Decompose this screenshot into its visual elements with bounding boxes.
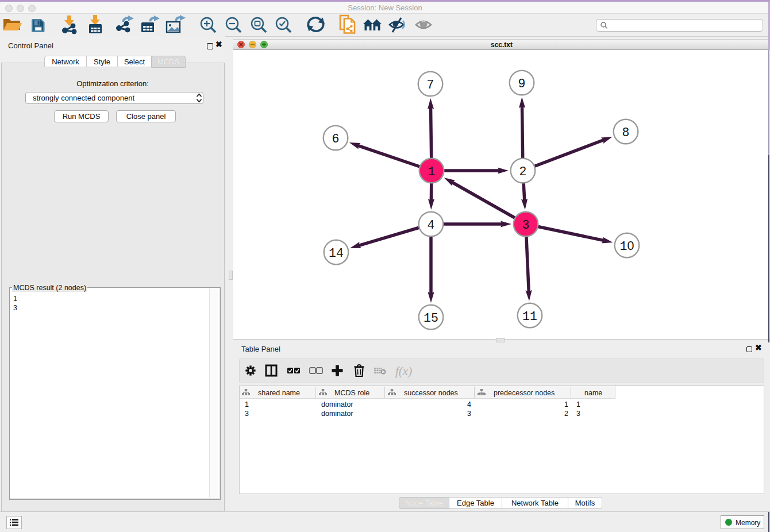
svg-text:2: 2 xyxy=(519,165,527,179)
svg-text:1: 1 xyxy=(428,165,436,179)
svg-text:name: name xyxy=(584,389,602,397)
svg-text:10: 10 xyxy=(620,239,634,253)
svg-text:14: 14 xyxy=(329,246,344,260)
svg-text:MCDS role: MCDS role xyxy=(334,389,369,397)
svg-text:11: 11 xyxy=(522,310,537,323)
svg-text:9: 9 xyxy=(518,77,526,91)
svg-text:successor nodes: successor nodes xyxy=(404,389,458,397)
svg-text:4: 4 xyxy=(428,218,435,232)
svg-text:7: 7 xyxy=(427,78,434,92)
svg-text:shared name: shared name xyxy=(258,389,300,397)
svg-text:15: 15 xyxy=(424,311,438,325)
svg-text:3: 3 xyxy=(522,218,530,232)
svg-text:8: 8 xyxy=(622,126,630,140)
svg-text:6: 6 xyxy=(332,132,340,146)
svg-text:predecessor nodes: predecessor nodes xyxy=(494,389,555,397)
svg-text:f(x): f(x) xyxy=(395,364,412,378)
